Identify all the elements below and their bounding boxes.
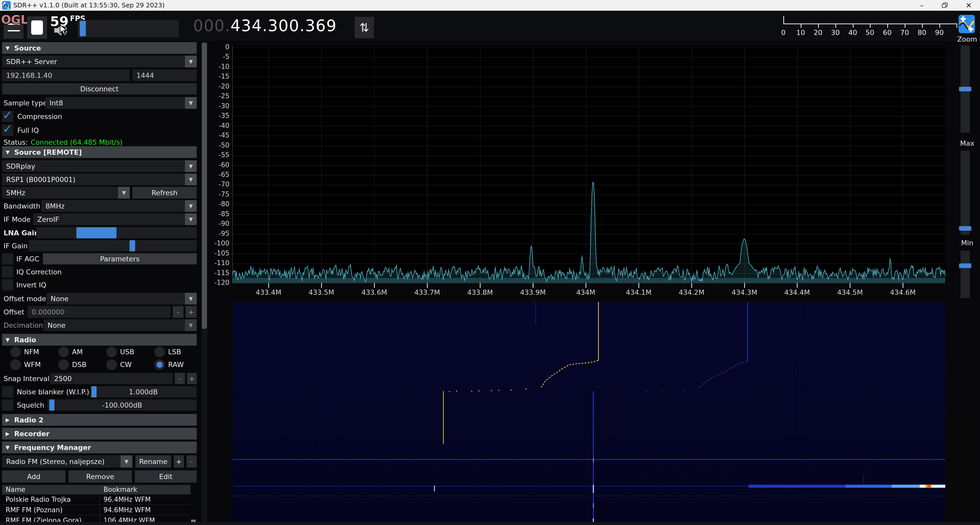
title-bar[interactable]: SDR++ v1.1.0 (Built at 13:55:30, Sep 29 … <box>0 0 980 11</box>
frequency-display[interactable]: 000.434.300.369 <box>193 16 337 35</box>
list-add-button[interactable]: + <box>174 455 184 468</box>
mode-radio-am[interactable] <box>58 347 69 357</box>
freq-tick <box>427 283 428 288</box>
mode-radio-wfm[interactable] <box>10 359 21 370</box>
port-input[interactable]: 1444 <box>132 70 197 81</box>
refresh-button[interactable]: Refresh <box>132 187 197 198</box>
volume-slider[interactable] <box>78 20 179 37</box>
zoom-slider[interactable] <box>961 46 970 133</box>
restore-button[interactable] <box>938 0 952 11</box>
mode-label-am: AM <box>72 347 83 357</box>
bookmark-list-dropdown[interactable]: Radio FM (Stereo, naljepsze) ▼ <box>2 455 132 468</box>
edit-bookmark-button[interactable]: Edit <box>135 470 197 483</box>
snr-tick <box>905 24 905 28</box>
stop-button[interactable] <box>27 16 47 39</box>
if-agc-checkbox[interactable] <box>2 253 13 265</box>
noise-blanker-checkbox[interactable] <box>2 386 13 397</box>
host-input[interactable]: 192.168.1.40 <box>2 70 130 81</box>
minimize-button[interactable]: – <box>915 0 929 11</box>
noise-blanker-slider[interactable]: 1.000dB <box>90 386 197 397</box>
mode-label-dsb: DSB <box>72 359 86 370</box>
table-row[interactable]: RMF FM (Poznan)94.6MHz WFM <box>2 505 191 515</box>
table-row[interactable]: RMF FM (Zielona Gora)106.4MHz WFM <box>2 515 191 522</box>
max-slider-handle[interactable] <box>959 226 971 231</box>
mouse-cursor <box>58 24 70 35</box>
db-tick-label: -20 <box>194 82 229 90</box>
offset-input[interactable]: 0.000000 <box>28 306 171 318</box>
rename-button[interactable]: Rename <box>135 455 171 468</box>
freq-tick <box>691 283 692 288</box>
remove-bookmark-button[interactable]: Remove <box>68 470 132 483</box>
updown-arrows-icon: ⇅ <box>360 21 369 35</box>
disconnect-button[interactable]: Disconnect <box>2 83 197 94</box>
db-tick-label: -50 <box>194 141 229 149</box>
squelch-checkbox[interactable] <box>2 400 13 411</box>
mode-radio-dsb[interactable] <box>58 359 69 370</box>
offset-mode-dropdown[interactable]: None ▼ <box>46 293 197 305</box>
if-gain-slider[interactable] <box>29 240 197 251</box>
remote-device-dropdown[interactable]: RSP1 (B0001P0001) ▼ <box>2 174 197 185</box>
mode-radio-cw[interactable] <box>106 359 117 370</box>
waterfall-display[interactable] <box>232 302 945 522</box>
table-row[interactable]: Polskie Radio Trojka96.4MHz WFM <box>2 494 191 505</box>
lna-gain-handle[interactable] <box>76 227 116 238</box>
panel-header-radio2[interactable]: ▶ Radio 2 <box>2 414 197 426</box>
tuning-mode-button[interactable]: ⇅ <box>355 17 374 38</box>
invert-iq-label: Invert IQ <box>16 279 46 290</box>
mode-radio-raw[interactable] <box>154 359 165 370</box>
mode-radio-usb[interactable] <box>106 347 117 357</box>
source-device-dropdown[interactable]: SDR++ Server ▼ <box>2 56 197 67</box>
sample-type-label: Sample type <box>3 97 47 109</box>
offset-mode-label: Offset mode <box>3 293 46 305</box>
mode-label-cw: CW <box>120 359 132 370</box>
full-iq-checkbox[interactable]: ✓ <box>2 125 13 136</box>
if-gain-handle[interactable] <box>129 240 135 251</box>
invert-iq-checkbox[interactable] <box>2 279 13 290</box>
zoom-slider-handle[interactable] <box>959 87 971 91</box>
status-value: Connected (64.485 Mbit/s) <box>31 138 123 146</box>
freq-tick-label: 433.8M <box>460 289 501 296</box>
min-slider[interactable] <box>961 251 970 298</box>
demod-mode-selector: NFMAMUSBLSBWFMDSBCWRAW <box>0 347 199 372</box>
collapse-triangle-icon: ▼ <box>6 444 10 450</box>
snr-tick <box>956 24 957 28</box>
lna-gain-slider[interactable] <box>36 227 197 238</box>
if-mode-dropdown[interactable]: ZeroIF ▼ <box>33 213 197 225</box>
freq-tick-label: 433.7M <box>407 289 448 296</box>
close-button[interactable]: ✕ <box>962 0 976 11</box>
panel-header-frequency-manager[interactable]: ▼ Frequency Manager <box>2 441 197 453</box>
chevron-down-icon[interactable]: ▼ <box>118 187 130 198</box>
fft-spectrum-plot[interactable] <box>232 46 945 283</box>
add-bookmark-button[interactable]: Add <box>2 470 65 483</box>
panel-header-recorder[interactable]: ▶ Recorder <box>2 428 197 439</box>
mode-radio-nfm[interactable] <box>10 347 21 357</box>
panel-header-radio[interactable]: ▼ Radio <box>2 334 197 346</box>
samplerate-dropdown[interactable]: 5MHz ▼ <box>2 187 130 198</box>
db-tick-label: -5 <box>194 53 229 60</box>
panel-header-source[interactable]: ▼ Source <box>2 42 197 54</box>
chevron-down-icon[interactable]: ▼ <box>185 293 197 305</box>
snap-plus-button[interactable]: + <box>187 373 197 384</box>
panel-header-source-remote[interactable]: ▼ Source [REMOTE] <box>2 146 197 158</box>
mode-radio-lsb[interactable] <box>154 347 165 357</box>
volume-handle[interactable] <box>80 21 86 36</box>
chevron-down-icon[interactable]: ▼ <box>185 319 197 331</box>
snap-minus-button[interactable]: - <box>175 373 185 384</box>
remote-driver-dropdown[interactable]: SDRplay ▼ <box>2 160 197 172</box>
squelch-slider[interactable]: -100.000dB <box>48 400 197 411</box>
compression-checkbox[interactable]: ✓ <box>2 111 13 122</box>
sample-type-dropdown[interactable]: Int8 ▼ <box>46 97 197 109</box>
offset-plus-button[interactable]: + <box>186 306 197 318</box>
bandwidth-dropdown[interactable]: 8MHz ▼ <box>41 200 197 212</box>
iq-correction-checkbox[interactable] <box>2 266 13 278</box>
snr-tick <box>853 24 854 28</box>
list-remove-button[interactable]: - <box>186 455 197 468</box>
offset-minus-button[interactable]: - <box>173 306 183 318</box>
decimation-dropdown[interactable]: None ▼ <box>43 319 197 331</box>
chevron-down-icon[interactable]: ▼ <box>121 455 132 468</box>
frequency-dim-digits: 000. <box>193 16 231 35</box>
parameters-button[interactable]: Parameters <box>43 253 197 265</box>
snap-interval-input[interactable]: 2500 <box>50 373 173 384</box>
max-slider[interactable] <box>961 151 970 235</box>
min-slider-handle[interactable] <box>959 263 971 268</box>
